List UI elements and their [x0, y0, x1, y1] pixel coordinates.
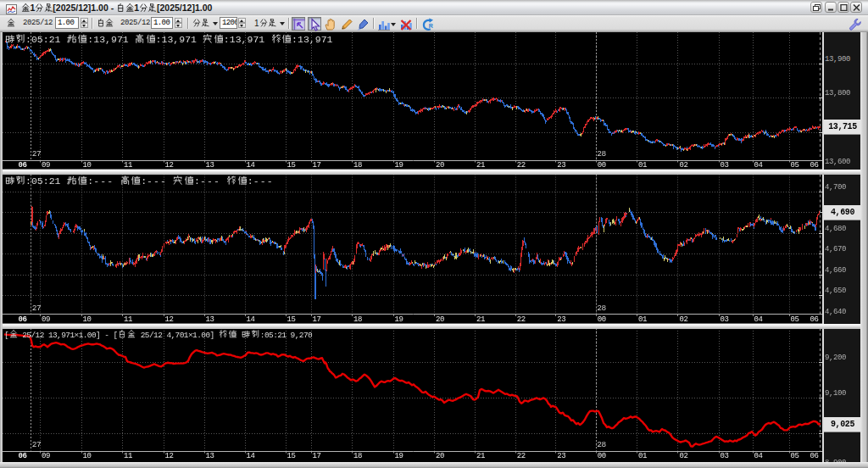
x-axis-label: 12: [165, 452, 174, 460]
y-axis-label: 4,650: [825, 287, 846, 295]
x-axis-label: 03: [721, 452, 729, 460]
day-marker-28: 28: [597, 149, 606, 159]
x-axis-label: 06: [19, 161, 27, 170]
x-axis-label: 14: [247, 161, 255, 170]
histogram-delete-button[interactable]: [398, 17, 412, 31]
select-arrow-tool-button[interactable]: [308, 17, 321, 31]
x-axis-label: 15: [287, 315, 296, 324]
minimize-button[interactable]: [825, 2, 837, 13]
day-marker-28: 28: [597, 440, 606, 449]
gold-multiplier-spinner: [55, 17, 89, 29]
x-axis-label: 15: [287, 452, 296, 460]
x-axis-label: 19: [395, 452, 403, 460]
bar-interval-combo[interactable]: 1: [254, 19, 285, 28]
x-axis-label: 20: [436, 315, 444, 324]
toolbar-separator: [187, 18, 189, 29]
x-axis-label: 01: [638, 315, 647, 324]
maximize-button[interactable]: [837, 2, 849, 13]
x-axis-label: 20: [436, 452, 444, 460]
panel-header-gold: :05:21 :13,971 :13,971 :13,971 :13,971: [4, 34, 332, 45]
chart-cursor-tool-button[interactable]: [292, 17, 305, 31]
settings-wrench-button[interactable]: [848, 17, 861, 31]
bar-count-input[interactable]: [220, 17, 237, 29]
period-type-combo[interactable]: [192, 19, 218, 28]
y-axis-label: 4,680: [825, 225, 846, 233]
cascade-windows-button[interactable]: [810, 2, 822, 13]
x-axis-label: 22: [517, 315, 526, 324]
x-axis-label: 10: [83, 161, 92, 170]
x-axis-label: 02: [679, 161, 687, 170]
x-axis-label: 09: [42, 452, 50, 460]
y-axis-label: 4,660: [825, 266, 846, 275]
platinum-multiplier-input[interactable]: [151, 17, 173, 29]
x-axis-label: 11: [124, 452, 132, 460]
last-price-box-gold: 13,715: [824, 120, 861, 134]
x-axis-label: 09: [42, 161, 50, 170]
x-axis-label: 05: [791, 161, 799, 170]
gold-multiplier-down-button[interactable]: [81, 23, 88, 28]
platinum-multiplier-down-button[interactable]: [175, 23, 182, 28]
close-button[interactable]: [850, 2, 862, 13]
y-axis-label: 4,700: [825, 183, 846, 192]
charts-canvas[interactable]: [0, 0, 868, 468]
hand-pan-tool-button[interactable]: [323, 17, 337, 31]
x-axis-label: 02: [679, 315, 687, 324]
window-bottom-border: [0, 462, 868, 468]
x-axis-label: 17: [313, 315, 321, 324]
toolbar-separator: [373, 18, 375, 29]
x-axis-label: 06: [19, 315, 27, 324]
marker-tool-button[interactable]: [355, 17, 369, 31]
window-title: 1[2025/12]1.00 - 1[2025/12]1.00: [21, 3, 212, 13]
pencil-tool-button[interactable]: [339, 17, 353, 31]
panel-separator: [0, 170, 860, 175]
x-axis-label: 06: [810, 315, 819, 324]
x-axis-label: 04: [754, 315, 763, 324]
x-axis-label: 13: [206, 452, 214, 460]
x-axis-label: 21: [476, 315, 485, 324]
x-axis-label: 13: [206, 161, 214, 170]
spin-buttons: [238, 18, 246, 28]
panel-separator: [0, 324, 860, 329]
y-axis-label: 4,640: [825, 308, 846, 316]
x-axis-label: 15: [287, 161, 296, 170]
combo-label: 1: [254, 19, 276, 28]
chevron-down-icon: [391, 23, 396, 26]
refresh-button[interactable]: R: [420, 17, 433, 31]
toolbar-separator: [92, 18, 93, 29]
x-axis-label: 06: [19, 452, 27, 460]
x-axis-label: 02: [679, 452, 687, 460]
y-axis-label: 9,100: [825, 389, 846, 398]
day-marker-27: 27: [32, 440, 42, 449]
x-axis-label: 19: [395, 161, 403, 170]
x-axis-label: 01: [638, 452, 647, 460]
x-axis-label: 14: [247, 452, 255, 460]
x-axis-label: 14: [247, 315, 255, 324]
x-axis-label: 21: [476, 161, 485, 170]
x-axis-label: 03: [721, 315, 729, 324]
toolbar-separator: [288, 18, 290, 29]
y-axis-label: 13,900: [825, 55, 850, 64]
gold-contract-label: 2025/12: [23, 19, 53, 27]
platinum-contract-label: 2025/12: [120, 19, 150, 27]
x-axis-label: 00: [598, 315, 606, 324]
histogram-tool-button[interactable]: [376, 17, 390, 31]
x-axis-label: 13: [206, 315, 214, 324]
x-axis-label: 12: [165, 161, 174, 170]
bar-count-down-button[interactable]: [238, 23, 246, 28]
gold-multiplier-input[interactable]: [55, 17, 79, 29]
bar-count-spinner: [220, 17, 245, 29]
chevron-down-icon: [280, 22, 285, 25]
x-axis-label: 23: [557, 452, 565, 460]
window-left-border: [0, 32, 3, 464]
panel-header-platinum: :05:21 :--- :--- :--- :---: [4, 176, 274, 187]
svg-text:R: R: [429, 23, 433, 29]
x-axis-label: 06: [810, 161, 819, 170]
x-axis-label: 18: [353, 161, 362, 170]
x-axis-label: 11: [124, 161, 132, 170]
app-icon: [6, 3, 17, 13]
day-marker-27: 27: [32, 304, 42, 313]
x-axis-label: 17: [313, 452, 321, 460]
x-axis-label: 04: [754, 161, 763, 170]
combo-label: [192, 19, 209, 28]
x-axis-label: 23: [557, 161, 565, 170]
